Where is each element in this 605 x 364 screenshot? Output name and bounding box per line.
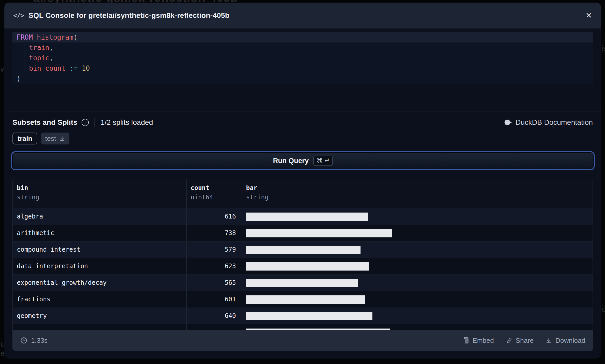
download-button[interactable]: Download	[545, 337, 585, 345]
run-query-button[interactable]: Run Query ⌘ ↵	[11, 151, 595, 170]
histogram-bar	[246, 229, 392, 237]
table-row: geometry640	[13, 308, 593, 324]
page-backdrop: ai/synthetic-gsm8k-reflection-405b w is …	[0, 0, 605, 364]
duckdb-documentation-link[interactable]: DuckDB Documentation	[504, 118, 593, 127]
embed-button[interactable]: Embed	[463, 337, 494, 345]
bin-cell: geometry	[13, 308, 186, 324]
modal-titlebar: </> SQL Console for gretelai/synthetic-g…	[4, 3, 601, 28]
bar-cell	[242, 225, 593, 241]
embed-icon	[463, 337, 470, 344]
splits-loaded-status: 1/2 splits loaded	[101, 118, 153, 127]
split-chip-train[interactable]: train	[12, 133, 37, 144]
clock-icon	[20, 337, 27, 344]
histogram-bar	[246, 246, 361, 254]
code-line: topic,	[12, 53, 593, 63]
divider	[95, 118, 95, 127]
bar-cell	[242, 308, 593, 324]
download-icon	[59, 135, 65, 142]
count-cell: 640	[186, 308, 242, 324]
indent-guide	[25, 44, 25, 75]
code-line: bin_count := 10	[12, 63, 593, 74]
close-icon[interactable]: ✕	[586, 12, 592, 19]
results-table[interactable]: bin string count uint64 bar string algeb…	[12, 179, 593, 344]
split-chip-test[interactable]: test	[41, 133, 69, 144]
code-line: )	[12, 74, 593, 84]
histogram-bar	[246, 295, 365, 304]
subsets-heading: Subsets and Splits	[12, 118, 77, 127]
histogram-bar	[246, 312, 372, 320]
section-divider	[4, 112, 601, 112]
histogram-bar	[246, 279, 358, 287]
code-line: FROM histogram(	[12, 32, 593, 42]
count-cell: 579	[186, 242, 242, 258]
keyboard-shortcut-badge: ⌘ ↵	[313, 156, 333, 166]
sql-editor[interactable]: FROM histogram( train, topic, bin_count …	[12, 32, 593, 84]
bar-cell	[242, 208, 593, 225]
count-cell: 738	[186, 225, 242, 241]
share-button[interactable]: Share	[506, 337, 534, 345]
table-row: algebra616	[13, 208, 593, 225]
table-row: compound interest579	[13, 241, 593, 258]
download-icon	[545, 337, 552, 344]
table-row: exponential growth/decay565	[13, 274, 593, 291]
bin-cell: compound interest	[13, 242, 186, 258]
bin-cell: exponential growth/decay	[13, 275, 186, 291]
bar-cell	[242, 258, 593, 274]
bin-cell: fractions	[13, 291, 186, 308]
table-row: fractions601	[13, 291, 593, 308]
table-row: arithmetic738	[13, 225, 593, 241]
info-icon[interactable]: i	[82, 119, 89, 126]
bar-cell	[242, 242, 593, 258]
column-header-count[interactable]: count uint64	[186, 179, 242, 208]
share-link-icon	[506, 337, 513, 344]
query-duration: 1.33s	[31, 337, 48, 345]
code-line: train,	[12, 42, 593, 53]
background-fragment: d	[602, 305, 605, 314]
duckdb-logo-icon	[504, 119, 512, 126]
bar-cell	[242, 275, 593, 291]
bin-cell: algebra	[13, 208, 186, 225]
bar-cell	[242, 291, 593, 308]
bin-cell: arithmetic	[13, 225, 186, 241]
table-row: data interpretation623	[13, 258, 593, 274]
table-header-row: bin string count uint64 bar string	[13, 179, 593, 208]
sql-console-modal: </> SQL Console for gretelai/synthetic-g…	[4, 3, 601, 359]
count-cell: 623	[186, 258, 242, 274]
results-footer: 1.33s Embed	[12, 330, 593, 351]
count-cell: 601	[186, 291, 242, 308]
column-header-bin[interactable]: bin string	[13, 179, 186, 208]
count-cell: 565	[186, 275, 242, 291]
histogram-bar	[246, 213, 368, 221]
background-fragment: is	[601, 44, 605, 53]
bin-cell: data interpretation	[13, 258, 186, 274]
background-divider	[0, 360, 605, 360]
column-header-bar[interactable]: bar string	[242, 179, 593, 208]
count-cell: 616	[186, 208, 242, 225]
modal-title: SQL Console for gretelai/synthetic-gsm8k…	[28, 11, 229, 20]
histogram-bar	[246, 262, 369, 271]
code-icon: </>	[13, 12, 24, 19]
